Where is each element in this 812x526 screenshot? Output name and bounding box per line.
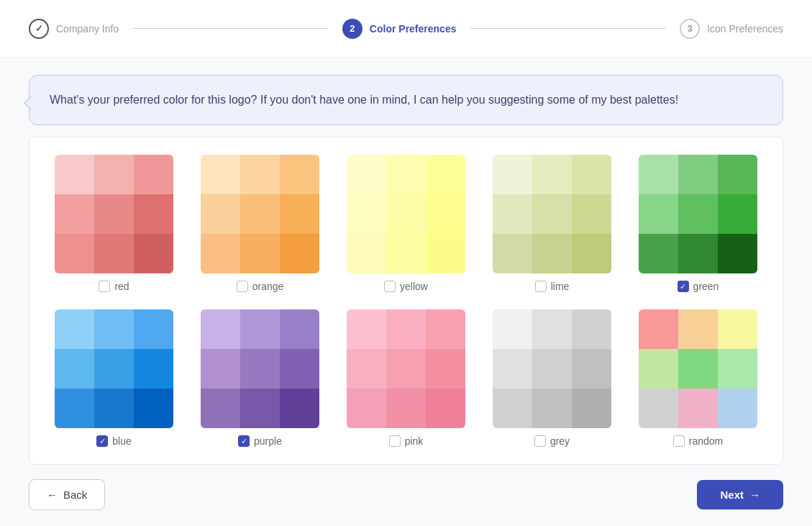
palette-item-blue[interactable]: ✓blue	[53, 309, 175, 447]
palette-checkbox-blue[interactable]: ✓	[96, 435, 108, 447]
swatch-cell-random-8	[718, 389, 757, 428]
stepper: ✓ Company Info 2 Color Preferences 3 Ico…	[0, 0, 812, 58]
swatch-cell-orange-6	[201, 234, 240, 273]
swatch-cell-random-5	[718, 349, 757, 389]
palette-item-green[interactable]: ✓green	[637, 155, 759, 292]
swatch-cell-green-7	[678, 234, 718, 273]
palette-label-blue: ✓blue	[96, 435, 131, 447]
palette-checkbox-random[interactable]	[673, 435, 685, 447]
palette-label-green: ✓green	[678, 281, 719, 292]
bubble-wrap: What's your preferred color for this log…	[0, 58, 812, 137]
footer: ← Back Next →	[0, 465, 812, 525]
swatch-cell-random-1	[678, 309, 718, 349]
palette-section: redorangeyellowlime✓green✓blue✓purplepin…	[29, 137, 783, 465]
palette-item-orange[interactable]: orange	[199, 155, 321, 292]
swatch-cell-grey-2	[572, 309, 611, 349]
swatch-cell-green-8	[718, 234, 757, 273]
swatch-cell-pink-1	[386, 309, 426, 349]
swatch-cell-purple-6	[201, 389, 240, 428]
swatch-cell-pink-8	[426, 389, 465, 428]
swatch-cell-blue-7	[94, 389, 134, 428]
swatch-cell-grey-7	[532, 389, 572, 428]
palette-checkbox-purple[interactable]: ✓	[238, 435, 250, 447]
palette-label-random: random	[673, 435, 723, 447]
swatch-cell-grey-4	[532, 349, 572, 389]
swatch-cell-pink-5	[426, 349, 465, 389]
swatch-cell-purple-5	[280, 349, 319, 389]
palette-checkbox-pink[interactable]	[389, 435, 401, 447]
swatch-cell-yellow-2	[426, 155, 465, 194]
swatch-cell-yellow-3	[347, 194, 386, 234]
palette-label-text-orange: orange	[252, 281, 284, 292]
swatch-cell-purple-3	[201, 349, 240, 389]
swatch-cell-grey-1	[532, 309, 572, 349]
swatch-cell-red-6	[55, 234, 94, 273]
palette-checkbox-grey[interactable]	[534, 435, 546, 447]
palette-checkbox-orange[interactable]	[237, 281, 248, 292]
swatch-cell-green-4	[678, 194, 718, 234]
swatch-cell-lime-8	[572, 234, 611, 273]
swatch-cell-purple-0	[201, 309, 240, 349]
swatch-cell-lime-1	[532, 155, 572, 194]
palette-label-text-red: red	[114, 281, 129, 292]
palette-item-random[interactable]: random	[637, 309, 759, 447]
swatch-cell-grey-6	[493, 389, 532, 428]
palette-label-red: red	[99, 281, 129, 292]
swatch-cell-green-6	[639, 234, 678, 273]
swatch-cell-blue-5	[134, 349, 173, 389]
palette-item-purple[interactable]: ✓purple	[199, 309, 321, 447]
palette-item-yellow[interactable]: yellow	[345, 155, 467, 292]
swatch-cell-red-3	[55, 194, 94, 234]
swatch-grid-lime	[493, 155, 611, 273]
swatch-cell-random-7	[678, 389, 718, 428]
palette-item-lime[interactable]: lime	[491, 155, 613, 292]
swatch-grid-blue	[55, 309, 173, 428]
swatch-cell-orange-1	[240, 155, 280, 194]
swatch-cell-orange-2	[280, 155, 319, 194]
swatch-grid-yellow	[347, 155, 465, 273]
swatch-cell-random-4	[678, 349, 718, 389]
swatch-cell-orange-8	[280, 234, 319, 273]
swatch-cell-orange-7	[240, 234, 280, 273]
swatch-grid-random	[639, 309, 757, 428]
swatch-cell-blue-6	[55, 389, 94, 428]
swatch-cell-purple-1	[240, 309, 280, 349]
palette-checkbox-yellow[interactable]	[384, 281, 396, 292]
swatch-cell-yellow-8	[426, 234, 465, 273]
back-arrow-icon: ←	[47, 489, 58, 501]
swatch-grid-purple	[201, 309, 319, 428]
next-label: Next	[720, 489, 744, 501]
swatch-cell-orange-3	[201, 194, 240, 234]
swatch-cell-purple-2	[280, 309, 319, 349]
palette-item-grey[interactable]: grey	[491, 309, 613, 447]
swatch-cell-lime-0	[493, 155, 532, 194]
palette-label-text-lime: lime	[551, 281, 570, 292]
palette-label-orange: orange	[237, 281, 284, 292]
swatch-cell-random-0	[639, 309, 678, 349]
swatch-cell-blue-2	[134, 309, 173, 349]
swatch-cell-grey-3	[493, 349, 532, 389]
palette-checkbox-green[interactable]: ✓	[678, 281, 689, 292]
palette-checkbox-red[interactable]	[99, 281, 110, 292]
swatch-cell-blue-4	[94, 349, 134, 389]
step-line-1	[133, 28, 328, 29]
back-label: Back	[63, 489, 87, 501]
next-button[interactable]: Next →	[697, 480, 783, 509]
step-circle-3: 3	[680, 19, 700, 39]
palette-label-text-purple: purple	[254, 435, 282, 447]
swatch-cell-orange-5	[280, 194, 319, 234]
swatch-cell-random-3	[639, 349, 678, 389]
palette-item-red[interactable]: red	[53, 155, 175, 292]
swatch-cell-blue-8	[134, 389, 173, 428]
palette-label-text-green: green	[693, 281, 719, 292]
palette-item-pink[interactable]: pink	[345, 309, 467, 447]
swatch-cell-orange-0	[201, 155, 240, 194]
swatch-cell-pink-2	[426, 309, 465, 349]
swatch-cell-yellow-5	[426, 194, 465, 234]
palette-checkbox-lime[interactable]	[535, 281, 547, 292]
swatch-cell-pink-3	[347, 349, 386, 389]
back-button[interactable]: ← Back	[29, 479, 105, 510]
swatch-cell-lime-6	[493, 234, 532, 273]
bubble-text: What's your preferred color for this log…	[50, 94, 678, 106]
swatch-cell-lime-4	[532, 194, 572, 234]
